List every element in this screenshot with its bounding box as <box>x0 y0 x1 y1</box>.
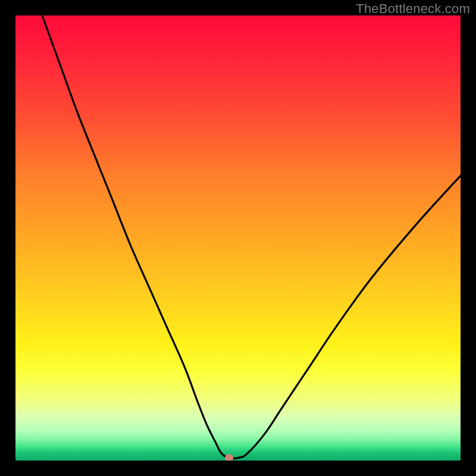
bottleneck-marker-dot <box>225 454 233 461</box>
watermark-text: TheBottleneck.com <box>356 1 470 17</box>
chart-canvas: TheBottleneck.com <box>0 0 476 476</box>
bottleneck-curve <box>15 15 461 461</box>
plot-area <box>15 15 461 461</box>
